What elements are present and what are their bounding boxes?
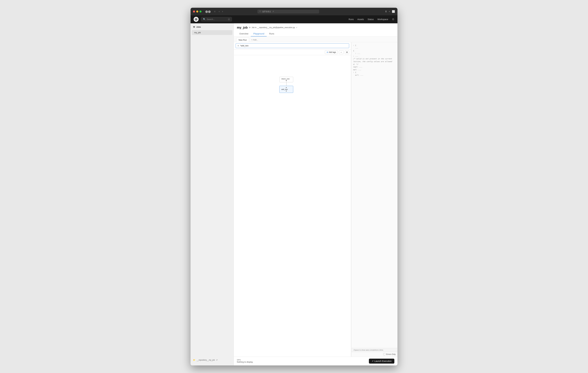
nav-links: Runs Assets Status Workspace ⚙ xyxy=(349,18,394,21)
config-line-2: ... xyxy=(353,47,396,49)
external-link-icon: ↗ xyxy=(296,27,297,29)
job-meta: ⚙ Job in __repository__my_job@pipeline_e… xyxy=(249,26,297,29)
tabs: Overview Playground Runs xyxy=(237,31,394,36)
ops-section: OPS Nothing to display. xyxy=(237,359,253,363)
launch-label: Launch Execution xyxy=(374,360,392,362)
repo-refresh-button[interactable]: ↺ xyxy=(216,359,218,361)
traffic-lights xyxy=(193,11,201,12)
page-header: my_job ⚙ Job in __repository__my_job@pip… xyxy=(234,23,398,36)
back-arrow[interactable]: ‹ xyxy=(218,10,220,13)
browser-nav-controls: ⬤⬤ ◾ ‹ › xyxy=(205,10,224,13)
job-meta-link[interactable]: Job in __repository__my_job@pipeline_exe… xyxy=(252,26,295,29)
config-line-4: { xyxy=(353,49,396,52)
browser-window: ⬤⬤ ◾ ‹ › 🛡 127.0.0.1 ↺ ⬆ ＋ ⬜ 🔍 Search...… xyxy=(190,8,398,365)
nav-status[interactable]: Status xyxy=(368,18,374,21)
node-output-dot xyxy=(286,80,287,81)
search-bar[interactable]: 🔍 Search... / xyxy=(201,17,232,22)
layout-grid-button[interactable]: ⊞ xyxy=(345,50,349,54)
node-input-dot xyxy=(286,87,287,88)
launch-execution-button[interactable]: ↗ Launch Execution xyxy=(369,359,394,363)
errors-only-label[interactable]: Errors Only xyxy=(383,353,396,355)
config-comment-1: /* solid is not present in the current xyxy=(353,57,396,60)
errors-only-text: Errors Only xyxy=(386,353,396,355)
playground-area: ✳ *add_two ⊕ Add tags ↔ ⊞ xyxy=(234,42,398,357)
op-toolbar: ⊕ Add tags ↔ ⊞ xyxy=(234,49,351,55)
windows-button[interactable]: ⬜ xyxy=(392,10,395,13)
sidebar-header: ⚒ Jobs xyxy=(190,26,234,30)
config-line-12: : { xyxy=(353,71,396,74)
errors-only-checkbox[interactable] xyxy=(383,353,385,355)
app-header: 🔍 Search... / Runs Assets Status Workspa… xyxy=(190,15,398,23)
ops-label: OPS xyxy=(237,359,253,361)
config-line-1: : { xyxy=(353,44,396,47)
config-line-13: er?: ... xyxy=(353,74,396,77)
page-title: my_job xyxy=(237,26,248,29)
search-kbd: / xyxy=(228,18,230,20)
tab-overview[interactable]: Overview xyxy=(237,31,251,36)
config-comment-2: lection, the config values are allowed xyxy=(353,60,396,63)
back-button[interactable]: ⬤⬤ xyxy=(205,10,211,13)
new-tab-button[interactable]: ＋ xyxy=(388,10,391,13)
search-icon: 🔍 xyxy=(203,18,206,20)
folder-icon: 📁 xyxy=(193,359,195,361)
minimize-traffic-light[interactable] xyxy=(196,11,198,12)
config-line-10: ne?: ... xyxy=(353,68,396,71)
forward-button[interactable]: ◾ xyxy=(213,10,217,13)
forward-arrow[interactable]: › xyxy=(221,10,223,13)
ops-empty-text: Nothing to display. xyxy=(237,361,253,363)
op-selector-input[interactable]: ✳ *add_two xyxy=(236,44,349,48)
maximize-traffic-light[interactable] xyxy=(200,11,201,12)
main-layout: ⚒ Jobs my_job 📁 __repository__my_job ↺ m… xyxy=(190,23,398,365)
bottom-row: OPS Nothing to display. ↗ Launch Executi… xyxy=(237,359,394,363)
close-traffic-light[interactable] xyxy=(193,11,195,12)
jobs-icon: ⚒ xyxy=(193,26,195,28)
connection-icon: ↺ xyxy=(273,11,274,12)
search-placeholder: Search... xyxy=(207,18,227,20)
sidebar-item-my-job[interactable]: my_job xyxy=(192,30,232,35)
address-bar[interactable]: 🛡 127.0.0.1 ↺ xyxy=(257,10,319,13)
sidebar-item-label: my_job xyxy=(194,31,201,34)
run-tabs-bar: New Run + Add... xyxy=(234,36,398,42)
config-editor[interactable]: : { ... { : ... : ... /* solid is not pr… xyxy=(351,42,398,348)
browser-chrome: ⬤⬤ ◾ ‹ › 🛡 127.0.0.1 ↺ ⬆ ＋ ⬜ xyxy=(190,8,398,15)
add-tags-button[interactable]: ⊕ Add tags xyxy=(325,50,338,54)
job-meta-icon: ⚙ xyxy=(249,26,251,29)
sidebar: ⚒ Jobs my_job 📁 __repository__my_job ↺ xyxy=(190,23,234,365)
settings-gear-icon[interactable]: ⚙ xyxy=(392,18,394,21)
op-graph-panel: ✳ *add_two ⊕ Add tags ↔ ⊞ xyxy=(234,42,351,357)
op-input-row: ✳ *add_two xyxy=(234,42,351,49)
content-area: my_job ⚙ Job in __repository__my_job@pip… xyxy=(234,23,398,365)
op-selector-icon: ✳ xyxy=(237,44,239,47)
app-logo xyxy=(194,17,199,22)
add-icon: ⊕ xyxy=(326,51,328,53)
op-input-value: *add_two xyxy=(240,44,248,47)
page-title-row: my_job ⚙ Job in __repository__my_job@pip… xyxy=(237,26,394,29)
shield-icon: 🛡 xyxy=(259,10,261,12)
layout-horizontal-button[interactable]: ↔ xyxy=(339,50,344,54)
svg-point-1 xyxy=(196,19,197,20)
tab-content-playground: New Run + Add... ✳ *add_two xyxy=(234,36,398,365)
config-line-7: : ... xyxy=(353,55,396,58)
config-footer: Errors Only xyxy=(351,352,398,357)
add-tab-button[interactable]: + Add... xyxy=(250,38,260,42)
nav-assets[interactable]: Assets xyxy=(357,18,364,21)
config-line-5: : ... xyxy=(353,52,396,55)
bottom-panel: OPS Nothing to display. ↗ Launch Executi… xyxy=(234,357,398,365)
graph-edge xyxy=(286,81,286,86)
nav-workspace[interactable]: Workspace xyxy=(377,18,388,21)
tab-runs[interactable]: Runs xyxy=(267,31,277,36)
tab-playground[interactable]: Playground xyxy=(251,31,267,36)
url-text: 127.0.0.1 xyxy=(262,10,271,13)
sidebar-footer: 📁 __repository__my_job ↺ xyxy=(190,357,234,363)
share-button[interactable]: ⬆ xyxy=(385,10,387,13)
node-output-dot-2 xyxy=(286,90,287,91)
run-tab-new-run[interactable]: New Run xyxy=(236,38,249,42)
config-panel: : { ... { : ... : ... /* solid is not pr… xyxy=(351,42,398,357)
nav-runs[interactable]: Runs xyxy=(349,18,354,21)
config-comment-3: d. */ xyxy=(353,63,396,66)
sidebar-title: Jobs xyxy=(196,26,201,28)
graph-canvas: return_one add_two xyxy=(234,55,351,357)
graph-node-add-two[interactable]: add_two xyxy=(279,86,293,93)
repo-name: __repository__my_job xyxy=(197,359,215,361)
launch-icon: ↗ xyxy=(372,360,374,362)
